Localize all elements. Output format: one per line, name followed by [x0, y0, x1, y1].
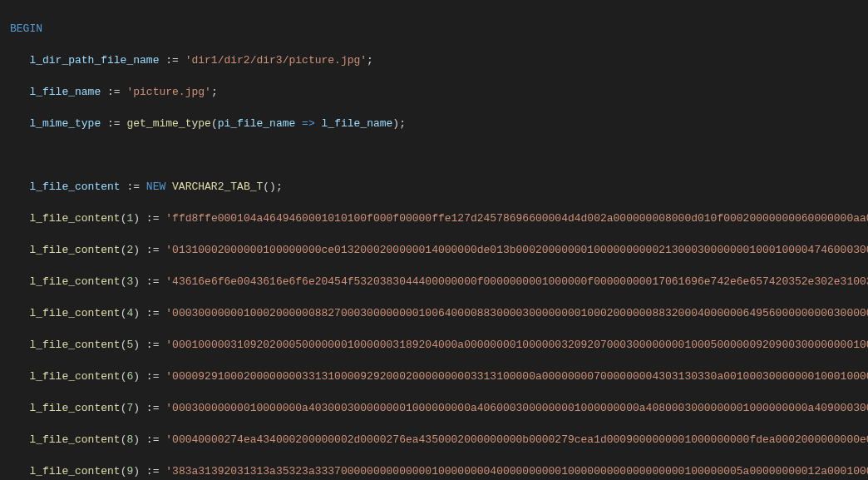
- hex-string: '000100000310920200050000000100000031892…: [165, 339, 868, 351]
- hex-string: '000300000001000200000088270003000000001…: [165, 307, 868, 319]
- hex-string: 'ffd8ffe000104a4649460001010100f000f0000…: [165, 212, 868, 225]
- code-editor[interactable]: BEGIN l_dir_path_file_name := 'dir1/dir2…: [0, 0, 868, 480]
- code-line: l_file_content(2) := '013100020000001000…: [10, 242, 868, 258]
- variable: l_file_name: [29, 86, 101, 98]
- code-line: l_file_content(5) := '000100000310920200…: [10, 337, 868, 353]
- keyword-begin: BEGIN: [10, 22, 42, 35]
- type-name: VARCHAR2_TAB_T: [172, 181, 263, 193]
- code-line: l_file_content := NEW VARCHAR2_TAB_T();: [10, 179, 868, 195]
- string-literal: 'picture.jpg': [126, 86, 210, 98]
- hex-string: '000092910002000000003313100009292000200…: [165, 370, 868, 383]
- code-line: [10, 147, 868, 163]
- code-line: l_file_content(6) := '000092910002000000…: [10, 369, 868, 384]
- code-line: l_dir_path_file_name := 'dir1/dir2/dir3/…: [10, 52, 868, 68]
- code-line: l_file_content(7) := '000300000000100000…: [10, 400, 868, 416]
- hex-string: '43616e6f6e0043616e6f6e20454f53203830444…: [165, 275, 868, 288]
- code-line: l_mime_type := get_mime_type(pi_file_nam…: [10, 116, 868, 131]
- hex-string: '383a31392031313a35323a33370000000000000…: [165, 465, 868, 478]
- string-literal: 'dir1/dir2/dir3/picture.jpg': [185, 54, 367, 67]
- hex-string: '00040000274ea434000200000002d0000276ea4…: [165, 433, 868, 446]
- keyword-new: NEW: [146, 181, 165, 193]
- code-line: l_file_name := 'picture.jpg';: [10, 84, 868, 100]
- code-line: l_file_content(8) := '00040000274ea43400…: [10, 432, 868, 448]
- variable: l_file_content: [29, 181, 120, 193]
- code-line: BEGIN: [10, 21, 868, 37]
- hex-string: '00030000000010000000a403000300000000100…: [165, 402, 868, 414]
- hex-string: '01310002000000100000000ce01320002000000…: [165, 244, 868, 256]
- code-line: l_file_content(3) := '43616e6f6e0043616e…: [10, 274, 868, 289]
- code-line: l_file_content(4) := '000300000001000200…: [10, 305, 868, 321]
- variable: l_mime_type: [29, 117, 101, 130]
- code-line: l_file_content(9) := '383a31392031313a35…: [10, 463, 868, 479]
- function-call: get_mime_type: [126, 117, 210, 130]
- variable: l_dir_path_file_name: [29, 54, 159, 67]
- code-line: l_file_content(1) := 'ffd8ffe000104a4649…: [10, 210, 868, 226]
